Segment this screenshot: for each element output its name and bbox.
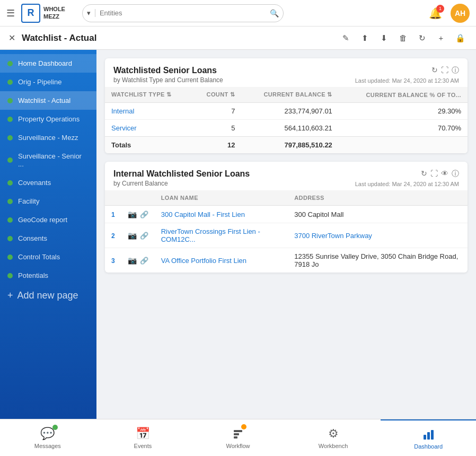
col-count[interactable]: COUNT ⇅ — [192, 87, 241, 103]
sidebar-item-covenants[interactable]: Covenants — [0, 173, 96, 192]
nav-workbench-label: Workbench — [319, 443, 348, 449]
lock-icon[interactable]: 🔒 — [453, 31, 468, 46]
card-subtitle-2: by Current Balance — [113, 180, 250, 187]
sidebar-dot — [7, 117, 13, 122]
row-actions: 📷 🔗 — [128, 210, 148, 218]
nav-dashboard[interactable]: Dashboard — [381, 419, 476, 456]
avatar[interactable]: AH — [451, 4, 470, 23]
card-title-2: Internal Watchlisted Senior Loans — [113, 169, 250, 179]
info-card-icon[interactable]: ⓘ — [452, 66, 459, 75]
notifications-button[interactable]: 🔔 1 — [429, 7, 442, 20]
logo-text: WHOLE MEZZ — [43, 6, 65, 20]
link-icon[interactable]: 🔗 — [140, 232, 148, 240]
sidebar-item-label: Surveillance - Senior ... — [18, 152, 89, 168]
expand-card-icon-2[interactable]: ⛶ — [430, 169, 438, 179]
table-row: Servicer 5 564,110,603.21 70.70% — [105, 120, 468, 137]
col-loan-name[interactable]: LOAN NAME — [155, 190, 288, 206]
delete-icon[interactable]: 🗑 — [395, 31, 410, 46]
col-address[interactable]: ADDRESS — [288, 190, 468, 206]
balance-cell: 564,110,603.21 — [242, 120, 339, 137]
sidebar: Home Dashboard Orig - Pipeline Watchlist… — [0, 50, 96, 419]
card-header-1: Watchlisted Senior Loans by Watchlist Ty… — [105, 58, 468, 87]
loan-link[interactable]: VA Office Portfolio First Lien — [161, 257, 246, 265]
workbench-icon: ⚙ — [328, 427, 339, 441]
row-actions: 📷 🔗 — [128, 256, 148, 265]
totals-count: 12 — [192, 137, 241, 154]
sidebar-item-home-dashboard[interactable]: Home Dashboard — [0, 54, 96, 73]
col-balance-pct[interactable]: CURRENT BALANCE % OF TO... — [339, 87, 468, 103]
card-icons-1: ↻ ⛶ ⓘ — [431, 66, 459, 75]
sidebar-item-label: GeoCode report — [18, 216, 67, 224]
count-cell: 7 — [192, 103, 241, 120]
table-row: 1 📷 🔗 300 Capitol Mall - First Lien 300 … — [105, 206, 468, 223]
close-icon[interactable]: ✕ — [8, 33, 15, 43]
nav-messages[interactable]: 💬 Messages — [0, 419, 95, 456]
toolbar-icons: ✎ ⬆ ⬇ 🗑 ↻ + 🔒 — [338, 31, 468, 46]
sidebar-dot — [7, 180, 13, 186]
add-new-page-button[interactable]: + Add new page — [0, 285, 96, 306]
bottom-nav: 💬 Messages 📅 Events Workflow ⚙ Workbench — [0, 419, 476, 456]
nav-events[interactable]: 📅 Events — [95, 419, 191, 456]
upload-icon[interactable]: ⬆ — [357, 31, 372, 46]
card-icons-2: ↻ ⛶ 👁 ⓘ — [421, 169, 459, 179]
sidebar-dot — [7, 157, 13, 163]
svg-rect-3 — [424, 435, 426, 440]
sidebar-item-watchlist-actual[interactable]: Watchlist - Actual — [0, 91, 96, 110]
col-actions — [121, 190, 155, 206]
sidebar-item-consents[interactable]: Consents — [0, 229, 96, 248]
col-current-balance[interactable]: CURRENT BALANCE ⇅ — [242, 87, 339, 103]
servicer-link[interactable]: Servicer — [111, 124, 137, 132]
search-dropdown[interactable]: ▾ — [87, 9, 95, 17]
loan-link[interactable]: RiverTown Crossings First Lien - COM12C.… — [161, 227, 260, 243]
nav-workbench[interactable]: ⚙ Workbench — [286, 419, 381, 456]
sidebar-item-label: Surveillance - Mezz — [18, 134, 78, 142]
nav-workflow[interactable]: Workflow — [190, 419, 286, 456]
internal-loans-table: LOAN NAME ADDRESS 1 📷 🔗 300 Capito — [105, 190, 468, 273]
menu-icon[interactable]: ☰ — [6, 7, 15, 19]
workflow-badge — [241, 424, 246, 429]
sidebar-item-geocode-report[interactable]: GeoCode report — [0, 211, 96, 229]
sidebar-dot — [7, 61, 13, 66]
col-watchlist-type[interactable]: WATCHLIST TYPE ⇅ — [105, 87, 192, 103]
refresh-icon[interactable]: ↻ — [415, 31, 429, 46]
sidebar-item-control-totals[interactable]: Control Totals — [0, 248, 96, 266]
add-new-page-label: Add new page — [17, 290, 78, 301]
address-link[interactable]: 3700 RiverTown Parkway — [294, 232, 372, 240]
sidebar-dot — [7, 273, 13, 278]
sidebar-item-potentials[interactable]: Potentials — [0, 266, 96, 285]
sidebar-item-label: Home Dashboard — [18, 59, 72, 67]
sidebar-item-label: Covenants — [18, 179, 51, 187]
camera-icon[interactable]: 📷 — [128, 210, 137, 218]
row-num: 3 — [111, 257, 115, 265]
search-icon[interactable]: 🔍 — [270, 9, 279, 17]
totals-label: Totals — [105, 137, 192, 154]
address-cell: 12355 Sunrise Valley Drive, 3050 Chain B… — [294, 252, 458, 268]
sidebar-item-property-operations[interactable]: Property Operations — [0, 110, 96, 128]
sidebar-item-surveillance-senior[interactable]: Surveillance - Senior ... — [0, 147, 96, 173]
edit-icon[interactable]: ✎ — [338, 31, 353, 46]
sidebar-item-surveillance-mezz[interactable]: Surveillance - Mezz — [0, 128, 96, 147]
refresh-card-icon-2[interactable]: ↻ — [421, 169, 427, 179]
internal-link[interactable]: Internal — [111, 107, 134, 115]
camera-icon[interactable]: 📷 — [128, 256, 137, 265]
camera-icon[interactable]: 📷 — [128, 231, 137, 240]
totals-balance: 797,885,510.22 — [242, 137, 339, 154]
expand-card-icon[interactable]: ⛶ — [441, 66, 448, 75]
notif-badge: 1 — [436, 5, 444, 13]
logo-r-icon: R — [21, 4, 40, 23]
loan-link[interactable]: 300 Capitol Mall - First Lien — [161, 211, 245, 218]
info-card-icon-2[interactable]: ⓘ — [452, 169, 459, 179]
link-icon[interactable]: 🔗 — [140, 257, 148, 265]
download-icon[interactable]: ⬇ — [376, 31, 391, 46]
search-input[interactable] — [95, 9, 270, 17]
link-icon[interactable]: 🔗 — [140, 211, 148, 218]
sidebar-item-facility[interactable]: Facility — [0, 192, 96, 211]
refresh-card-icon[interactable]: ↻ — [431, 66, 438, 75]
main-layout: Home Dashboard Orig - Pipeline Watchlist… — [0, 50, 476, 419]
workflow-icon — [232, 426, 244, 440]
events-icon: 📅 — [136, 427, 150, 441]
eye-card-icon[interactable]: 👁 — [441, 169, 448, 179]
sidebar-item-orig-pipeline[interactable]: Orig - Pipeline — [0, 73, 96, 91]
search-dropdown-label: ▾ — [87, 9, 91, 17]
add-icon[interactable]: + — [434, 31, 448, 46]
